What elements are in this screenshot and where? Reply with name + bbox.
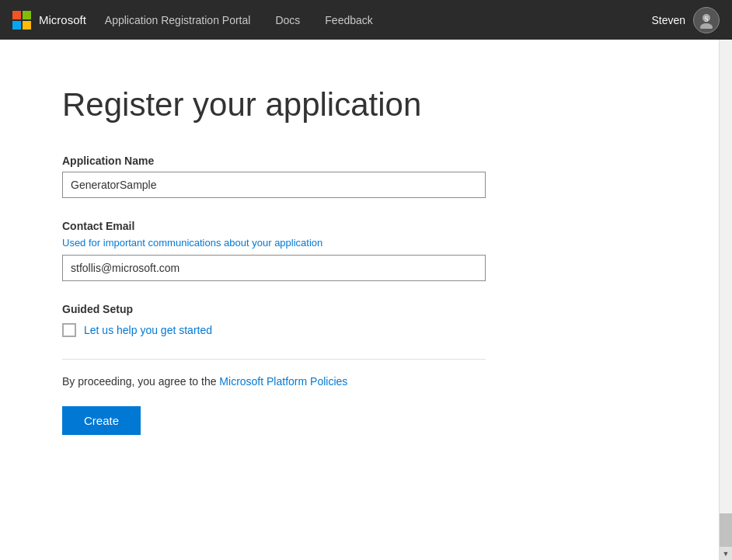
- contact-email-input[interactable]: [62, 255, 486, 281]
- create-button[interactable]: Create: [62, 406, 141, 435]
- guided-setup-label: Guided Setup: [62, 303, 657, 315]
- user-area: Steven S: [651, 7, 720, 33]
- app-name-section: Application Name: [62, 155, 657, 198]
- contact-email-hint: Used for important communications about …: [62, 237, 657, 249]
- main-nav: Application Registration Portal Docs Fee…: [105, 14, 652, 26]
- guided-setup-checkbox-row: Let us help you get started: [62, 323, 657, 337]
- microsoft-logo: [12, 11, 31, 30]
- portal-title-link[interactable]: Application Registration Portal: [105, 14, 251, 26]
- svg-point-1: [700, 23, 713, 29]
- guided-setup-checkbox-label[interactable]: Let us help you get started: [84, 324, 212, 336]
- app-name-label: Application Name: [62, 155, 657, 167]
- docs-link[interactable]: Docs: [275, 14, 300, 26]
- guided-setup-section: Guided Setup Let us help you get started: [62, 303, 657, 337]
- platform-policies-link[interactable]: Microsoft Platform Policies: [219, 375, 347, 388]
- main-content: Register your application Application Na…: [0, 40, 719, 482]
- page-title: Register your application: [62, 86, 657, 123]
- feedback-link[interactable]: Feedback: [325, 14, 372, 26]
- logo-blue-cell: [12, 21, 21, 30]
- guided-setup-checkbox[interactable]: [62, 323, 76, 337]
- avatar-icon: S: [694, 8, 719, 33]
- app-name-input[interactable]: [62, 172, 486, 198]
- scrollbar-down-arrow[interactable]: ▼: [720, 547, 732, 560]
- logo-yellow-cell: [23, 21, 31, 30]
- logo-red-cell: [12, 11, 21, 19]
- contact-email-label: Contact Email: [62, 220, 657, 232]
- logo-group: Microsoft: [12, 11, 86, 30]
- section-divider: [62, 359, 486, 360]
- avatar[interactable]: S: [693, 7, 720, 33]
- scrollbar: ▼: [719, 40, 732, 560]
- logo-green-cell: [23, 11, 31, 19]
- top-navigation: Microsoft Application Registration Porta…: [0, 0, 732, 40]
- username-label: Steven: [651, 14, 685, 26]
- svg-text:S: S: [704, 15, 709, 23]
- contact-email-section: Contact Email Used for important communi…: [62, 220, 657, 281]
- agreement-text: By proceeding, you agree to the Microsof…: [62, 375, 657, 388]
- brand-name: Microsoft: [39, 13, 86, 26]
- agreement-prefix: By proceeding, you agree to the: [62, 375, 219, 388]
